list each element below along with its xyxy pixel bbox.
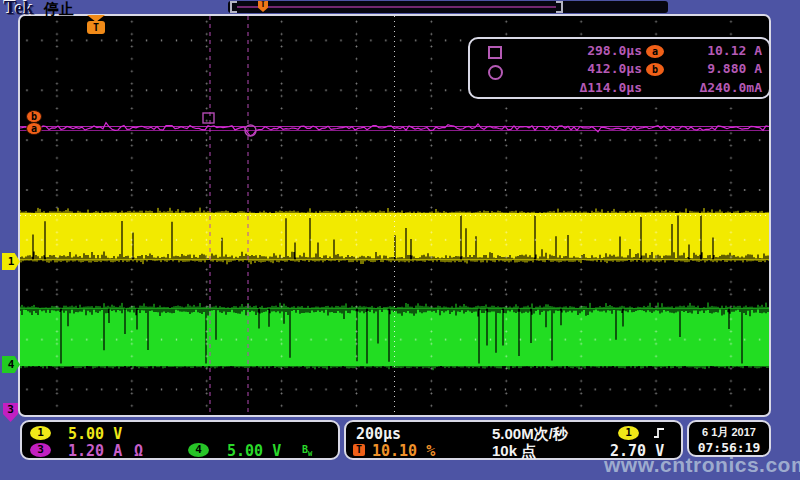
cursor-a-square-icon: [488, 46, 502, 59]
cursor-b-badge: b: [646, 63, 664, 76]
watermark-text: www.cntronics.com: [604, 453, 800, 477]
tek-logo: Tek: [4, 0, 34, 19]
oscilloscope-screen: Tek 停止 T T b a 1 4 3 298.0µs a 10.12 A 4…: [0, 0, 800, 480]
record-view-bar[interactable]: T: [228, 1, 668, 13]
record-length-readout: 10k 点: [492, 442, 536, 461]
cursor-a-value: 10.12 A: [666, 43, 762, 58]
channel1-scale[interactable]: 5.00 V: [68, 425, 122, 443]
trigger-flag-label: T: [87, 21, 105, 34]
record-trigger-marker-icon[interactable]: T: [258, 1, 268, 12]
cursor-a-marker[interactable]: a: [26, 122, 42, 135]
cursor-b-value: 9.880 A: [666, 61, 762, 76]
cursor-delta-value: Δ240.0mA: [662, 80, 762, 95]
window-bracket-right: [556, 1, 563, 13]
cursor-readout-box: 298.0µs a 10.12 A 412.0µs b 9.880 A Δ114…: [468, 37, 771, 99]
trigger-source-badge[interactable]: 1: [618, 426, 639, 440]
trigger-position-badge: T: [353, 444, 365, 456]
record-waveform-line: [237, 6, 556, 8]
cursor-b-circle-icon: [488, 65, 503, 80]
channel4-scale[interactable]: 5.00 V: [227, 442, 281, 460]
bandwidth-limit-icon: BW: [302, 444, 312, 458]
cursor-a-time: 298.0µs: [526, 43, 642, 58]
acquisition-status: 停止: [44, 0, 74, 19]
channel-readout-box: 1 5.00 V 3 1.20 A Ω 4 5.00 V BW: [20, 420, 340, 460]
trigger-slope-rising-icon: [652, 426, 666, 440]
channel3-scale[interactable]: 1.20 A: [68, 442, 122, 460]
window-bracket-left: [230, 1, 237, 13]
cursor-a-badge: a: [646, 45, 664, 58]
channel1-badge[interactable]: 1: [30, 426, 51, 440]
channel3-badge[interactable]: 3: [30, 443, 51, 457]
channel3-coupling: Ω: [134, 442, 143, 460]
date-readout: 6 1月 2017: [689, 425, 769, 440]
trigger-position-readout[interactable]: 10.10 %: [372, 442, 435, 460]
trigger-position-flag-icon[interactable]: T: [87, 15, 105, 34]
channel4-badge[interactable]: 4: [188, 443, 209, 457]
timebase-readout[interactable]: 200µs: [356, 425, 401, 443]
channel3-position-marker[interactable]: 3: [3, 403, 18, 422]
cursor-b-time: 412.0µs: [526, 61, 642, 76]
datetime-box: 6 1月 2017 07:56:19: [687, 420, 771, 457]
cursor-delta-time: Δ114.0µs: [526, 80, 642, 95]
